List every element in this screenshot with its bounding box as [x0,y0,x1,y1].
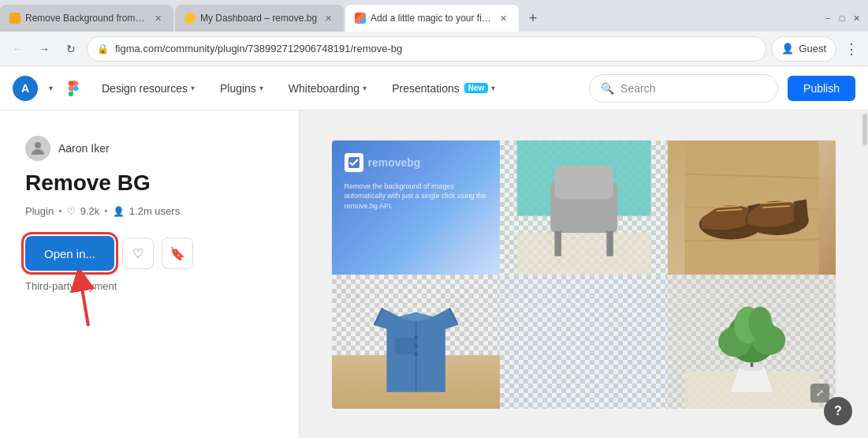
preview-cell-shirt [332,275,500,409]
person-icon: 👤 [113,206,125,217]
heart-icon: ♡ [67,206,76,217]
user-avatar[interactable]: A [13,76,38,101]
nav-whiteboarding[interactable]: Whiteboarding ▾ [281,77,374,99]
figma-logo[interactable] [62,77,84,99]
search-bar[interactable]: 🔍 Search [589,74,778,103]
nav-design-resources[interactable]: Design resources ▾ [94,77,203,99]
refresh-button[interactable]: ↻ [60,38,82,60]
tab-3[interactable]: Add a little magic to your file... ✕ [345,5,519,32]
heart-icon-btn: ♡ [132,246,143,261]
svg-point-0 [35,142,41,148]
nav-design-resources-label: Design resources [102,82,188,95]
tab-title-1: Remove Background from Im... [25,13,147,24]
presentations-new-badge: New [464,83,489,93]
svg-rect-19 [395,337,416,354]
help-button[interactable]: ? [824,397,852,425]
svg-rect-8 [606,230,613,256]
preview-cell-plant: ⤢ [668,275,836,409]
preview-cell-brand: removebg Remove the background of images… [332,140,500,275]
nav-design-resources-chevron: ▾ [191,84,195,92]
like-button[interactable]: ♡ [122,238,154,269]
tab-favicon-2 [184,13,196,24]
third-party-text: Third-party payment [25,280,274,292]
close-window-button[interactable]: ✕ [851,13,862,24]
plugin-type: Plugin [25,205,54,217]
guest-icon: 👤 [781,43,794,54]
right-scrollbar [862,110,868,438]
svg-rect-7 [554,230,561,256]
tab-favicon-3 [355,13,366,24]
minimize-button[interactable]: − [822,13,833,24]
browser-toolbar: ← → ↻ 🔒 figma.com/community/plugin/73899… [0,32,868,66]
fullscreen-button[interactable]: ⤢ [810,384,829,402]
tab-title-2: My Dashboard – remove.bg [200,13,317,24]
empty-transparency-bg [500,275,668,409]
avatar-dropdown-icon[interactable]: ▾ [49,84,53,92]
browser-chrome: Remove Background from Im... ✕ My Dashbo… [0,0,868,66]
author-avatar [25,136,50,161]
plugin-detail-panel: Aaron Iker Remove BG Plugin • ♡ 9.2k • 👤… [0,110,300,438]
meta-separator-2: • [104,205,108,217]
address-text: figma.com/community/plugin/7389927129067… [115,43,756,54]
nav-whiteboarding-chevron: ▾ [363,84,367,92]
bookmark-icon: 🔖 [170,246,185,261]
svg-line-1 [80,279,88,326]
red-arrow-annotation [65,271,112,329]
window-controls: − □ ✕ [822,13,868,24]
tab-bar: Remove Background from Im... ✕ My Dashbo… [0,0,868,32]
bookmark-button[interactable]: 🔖 [162,238,193,269]
removebg-logo: removebg [345,153,421,172]
chair-image [500,140,668,275]
tab-close-1[interactable]: ✕ [151,12,164,24]
plugin-likes: 9.2k [80,205,100,217]
preview-description: Remove the background of images automati… [345,182,487,212]
nav-plugins[interactable]: Plugins ▾ [212,77,271,99]
svg-point-21 [414,344,417,347]
preview-cell-shoes [668,140,836,275]
browser-menu-button[interactable]: ⋮ [841,40,862,58]
avatar-letter: A [21,82,29,95]
svg-rect-4 [516,232,650,274]
action-area: Open in... ♡ 🔖 [25,236,274,271]
open-in-button[interactable]: Open in... [25,236,114,271]
shoes-image [668,140,836,275]
figma-header: A ▾ Design resources ▾ Plugins ▾ Whitebo… [0,66,868,110]
nav-whiteboarding-label: Whiteboarding [289,82,359,95]
author-name: Aaron Iker [58,142,110,155]
plugin-meta: Plugin • ♡ 9.2k • 👤 1.2m users [25,205,274,217]
plugin-title: Remove BG [25,170,274,196]
maximize-button[interactable]: □ [836,13,848,24]
nav-presentations[interactable]: Presentations New ▾ [384,77,503,99]
publish-button[interactable]: Publish [788,76,855,101]
tab-favicon-1 [9,13,20,24]
nav-plugins-label: Plugins [220,82,256,95]
tab-2[interactable]: My Dashboard – remove.bg ✕ [175,5,344,32]
tab-close-2[interactable]: ✕ [322,12,334,24]
plugin-users: 1.2m users [129,205,180,217]
preview-grid: removebg Remove the background of images… [332,140,836,409]
svg-point-20 [414,335,417,339]
meta-separator-1: • [58,205,62,217]
nav-plugins-chevron: ▾ [259,84,263,92]
preview-cell-empty [500,275,668,409]
tab-close-3[interactable]: ✕ [497,12,509,24]
tab-1[interactable]: Remove Background from Im... ✕ [0,5,173,32]
action-row: Open in... ♡ 🔖 [25,236,274,271]
svg-point-22 [414,352,417,355]
address-bar[interactable]: 🔒 figma.com/community/plugin/73899271290… [87,36,766,62]
tab-title-3: Add a little magic to your file... [371,13,492,24]
back-button[interactable]: ← [6,38,28,60]
help-label: ? [834,404,842,418]
main-content: Aaron Iker Remove BG Plugin • ♡ 9.2k • 👤… [0,110,868,438]
preview-cell-chair [500,140,668,275]
forward-button[interactable]: → [33,38,55,60]
nav-presentations-chevron: ▾ [491,84,495,92]
new-tab-button[interactable]: + [522,7,544,29]
search-icon: 🔍 [601,82,614,95]
nav-presentations-label: Presentations [392,82,460,95]
guest-button[interactable]: 👤 Guest [771,36,836,62]
scrollbar-thumb [862,114,867,145]
svg-point-29 [749,306,773,340]
lock-icon: 🔒 [97,43,109,54]
svg-rect-6 [554,165,613,199]
